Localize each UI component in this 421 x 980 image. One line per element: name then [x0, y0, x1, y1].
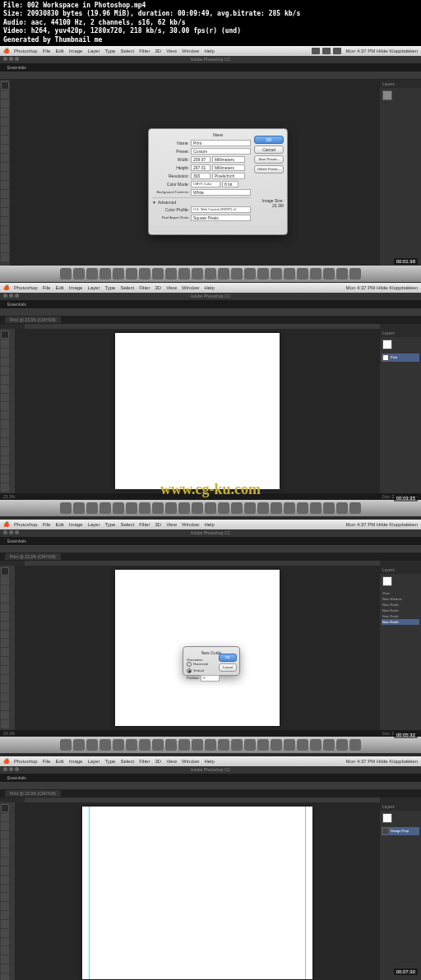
guide-vertical[interactable] — [89, 807, 90, 979]
vertical-radio[interactable] — [187, 668, 192, 673]
name-input[interactable]: Print — [191, 140, 251, 146]
close-icon[interactable] — [3, 57, 7, 61]
ok-button[interactable]: OK — [254, 136, 284, 144]
path-tool[interactable] — [1, 226, 9, 234]
document-area[interactable] — [15, 329, 380, 493]
dock-app-icon[interactable] — [336, 268, 348, 280]
gradient-tool[interactable] — [1, 181, 9, 189]
close-icon[interactable] — [3, 294, 7, 298]
canvas[interactable] — [82, 807, 312, 979]
resolution-unit-select[interactable]: Pixels/Inch — [212, 173, 245, 179]
zoom-icon[interactable] — [15, 294, 19, 298]
dock-app-icon[interactable] — [73, 268, 85, 280]
color-profile-select[interactable]: U.S. Web Coated (SWOP) v2 — [191, 206, 251, 213]
layer-row[interactable]: Print — [382, 354, 419, 362]
dock-app-icon[interactable] — [284, 268, 295, 280]
dock-app-icon[interactable] — [310, 268, 322, 280]
bit-depth-select[interactable]: 8 bit — [222, 181, 238, 187]
app-name[interactable]: Photoshop — [14, 285, 38, 290]
stamp-tool[interactable] — [1, 154, 9, 162]
dock-app-icon[interactable] — [165, 268, 177, 280]
pen-tool[interactable] — [1, 208, 9, 216]
eraser-tool[interactable] — [1, 172, 9, 180]
apple-icon[interactable]: 🍎 — [3, 758, 9, 764]
dock-app-icon[interactable] — [126, 268, 137, 280]
dock-app-icon[interactable] — [192, 268, 203, 280]
minimize-icon[interactable] — [9, 294, 13, 298]
history-item[interactable]: New Guide — [382, 619, 419, 625]
zoom-tool[interactable] — [1, 253, 9, 261]
dock-trash-icon[interactable] — [349, 268, 361, 280]
dock-app-icon[interactable] — [152, 268, 164, 280]
type-tool[interactable] — [1, 217, 9, 225]
history-item[interactable]: New Guide — [382, 613, 419, 619]
workspace-switcher[interactable]: Essentials — [7, 65, 26, 70]
lasso-tool[interactable] — [1, 99, 9, 108]
dock-finder-icon[interactable] — [60, 268, 72, 280]
width-input[interactable]: 209.97 — [191, 156, 210, 163]
menu-3d[interactable]: 3D — [155, 49, 161, 53]
canvas[interactable] — [115, 333, 280, 489]
app-name[interactable]: Photoshop — [14, 49, 38, 53]
dock-app-icon[interactable] — [257, 268, 269, 280]
width-unit-select[interactable]: Millimeters — [212, 156, 245, 163]
ok-button[interactable]: OK — [219, 654, 237, 662]
heal-tool[interactable] — [1, 136, 9, 144]
dock-app-icon[interactable] — [178, 268, 190, 280]
dock-app-icon[interactable] — [297, 268, 308, 280]
marquee-tool[interactable] — [1, 90, 9, 99]
menu-layer[interactable]: Layer — [87, 49, 99, 53]
dock-app-icon[interactable] — [205, 268, 216, 280]
position-input[interactable]: 0 — [201, 675, 220, 682]
horizontal-radio[interactable] — [187, 662, 192, 667]
menu-edit[interactable]: Edit — [55, 49, 63, 53]
minimize-icon[interactable] — [9, 57, 13, 61]
shape-tool[interactable] — [1, 235, 9, 243]
cancel-button[interactable]: Cancel — [219, 663, 237, 672]
layer-row[interactable]: Design Prep — [382, 827, 419, 835]
guide-vertical[interactable] — [305, 807, 306, 979]
wand-tool[interactable] — [1, 109, 9, 117]
preset-select[interactable]: Custom — [191, 148, 251, 155]
height-unit-select[interactable]: Millimeters — [212, 164, 245, 171]
menu-view[interactable]: View — [166, 49, 177, 53]
history-item[interactable]: New Guide — [382, 608, 419, 613]
apple-icon[interactable]: 🍎 — [3, 48, 9, 53]
cancel-button[interactable]: Cancel — [254, 146, 284, 154]
apple-icon[interactable]: 🍎 — [3, 284, 9, 290]
save-preset-button[interactable]: Save Preset... — [254, 155, 284, 164]
doc-tab[interactable]: Print @ 23.3% (CMYK/8) — [5, 317, 61, 323]
dock-app-icon[interactable] — [271, 268, 282, 280]
menu-help[interactable]: Help — [204, 49, 214, 53]
bg-contents-select[interactable]: White — [191, 189, 251, 196]
apple-icon[interactable]: 🍎 — [3, 521, 9, 527]
pixel-aspect-select[interactable]: Square Pixels — [191, 215, 251, 221]
layers-header[interactable]: Layers — [380, 80, 421, 88]
dock-app-icon[interactable] — [231, 268, 243, 280]
resolution-input[interactable]: 300 — [191, 173, 210, 179]
delete-preset-button[interactable]: Delete Preset... — [254, 165, 284, 173]
hand-tool[interactable] — [1, 244, 9, 252]
history-item[interactable]: New Guide — [382, 602, 419, 608]
brush-tool[interactable] — [1, 145, 9, 153]
dock-app-icon[interactable] — [323, 268, 335, 280]
menu-select[interactable]: Select — [120, 49, 134, 53]
history-brush-tool[interactable] — [1, 163, 9, 171]
dock-app-icon[interactable] — [139, 268, 150, 280]
dock-app-icon[interactable] — [99, 268, 111, 280]
eyedropper-tool[interactable] — [1, 127, 9, 135]
move-tool[interactable] — [1, 331, 9, 339]
menu-filter[interactable]: Filter — [139, 49, 150, 53]
menu-window[interactable]: Window — [182, 49, 199, 53]
history-item[interactable]: New Window — [382, 596, 419, 602]
color-mode-select[interactable]: CMYK Color — [191, 181, 220, 187]
dock-app-icon[interactable] — [86, 268, 98, 280]
dodge-tool[interactable] — [1, 199, 9, 207]
blur-tool[interactable] — [1, 190, 9, 198]
zoom-icon[interactable] — [15, 57, 19, 61]
move-tool[interactable] — [1, 81, 9, 90]
dock-app-icon[interactable] — [218, 268, 229, 280]
dock-app-icon[interactable] — [113, 268, 124, 280]
history-item[interactable]: View — [382, 590, 419, 596]
menu-type[interactable]: Type — [104, 49, 115, 53]
